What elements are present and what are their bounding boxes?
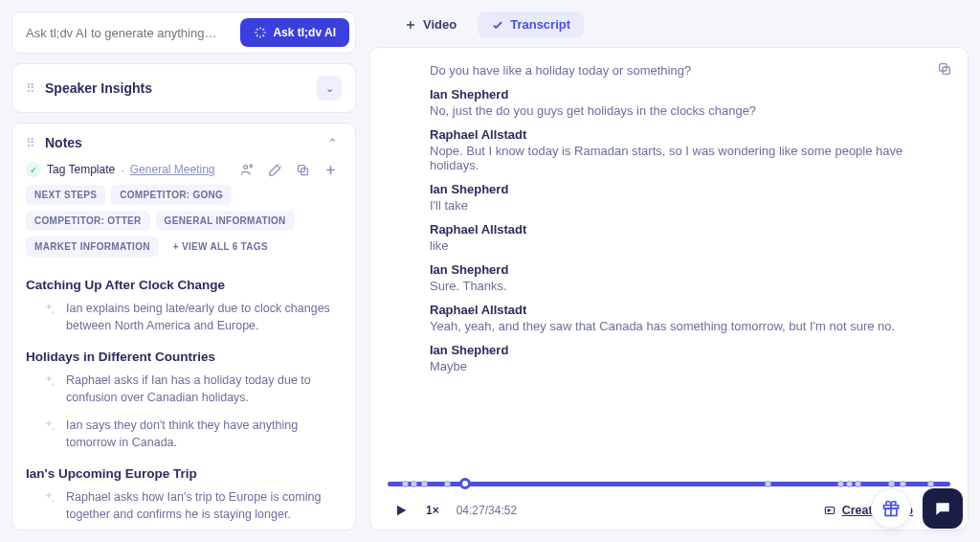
copy-transcript-button[interactable] (937, 61, 952, 77)
sparkle-icon (254, 26, 267, 39)
svg-point-1 (250, 164, 253, 167)
timeline-marker[interactable] (765, 481, 771, 487)
transcript-line[interactable]: Raphael Allstadt like (430, 222, 922, 253)
tag-chip[interactable]: COMPETITOR: GONG (111, 185, 232, 205)
gift-icon (881, 499, 901, 518)
sparkle-icon (41, 418, 56, 434)
speaker-name: Ian Shepherd (430, 262, 922, 277)
copy-icon[interactable] (292, 163, 314, 177)
drag-handle-icon[interactable]: ⠿ (26, 81, 35, 96)
timeline-track (388, 482, 950, 486)
note-section-title: Ian's Upcoming Europe Trip (26, 466, 342, 481)
notes-body: Catching Up After Clock Change Ian expla… (12, 266, 355, 530)
player-controls: 1× 04:27/34:52 Create a clip (388, 489, 950, 518)
tag-chip[interactable]: GENERAL INFORMATION (156, 211, 295, 231)
transcript-line[interactable]: Raphael Allstadt Nope. But I know today … (430, 127, 922, 172)
timeline-marker[interactable] (421, 481, 428, 487)
plus-icon (404, 18, 417, 32)
timeline-thumb[interactable] (459, 478, 471, 489)
notes-title: Notes (45, 135, 314, 150)
tag-chip[interactable]: COMPETITOR: OTTER (26, 211, 150, 231)
note-item-text: Raphael asks if Ian has a holiday today … (66, 372, 342, 406)
copy-icon (937, 61, 952, 77)
transcript-body: Do you have like a holiday today or some… (388, 63, 950, 466)
note-item[interactable]: Raphael asks how Ian's trip to Europe is… (26, 486, 342, 530)
speaker-name: Raphael Allstadt (430, 303, 922, 317)
utterance-text: Maybe (430, 359, 922, 373)
tab-transcript-label: Transcript (510, 17, 570, 32)
timeline-marker[interactable] (402, 481, 409, 487)
speaker-name: Raphael Allstadt (430, 222, 922, 237)
utterance-text: Nope. But I know today is Ramadan starts… (430, 144, 922, 172)
share-icon[interactable] (236, 163, 258, 177)
transcript-panel: Do you have like a holiday today or some… (369, 47, 969, 531)
speaker-name: Ian Shepherd (430, 343, 922, 357)
utterance-text: I'll take (430, 198, 922, 213)
transcript-line[interactable]: Ian Shepherd Maybe (430, 343, 922, 373)
tag-chip[interactable]: NEXT STEPS (26, 185, 105, 205)
ask-ai-button[interactable]: Ask tl;dv AI (240, 18, 349, 47)
play-button[interactable] (393, 503, 409, 518)
add-icon[interactable] (320, 163, 342, 177)
speaker-insights-panel: ⠿ Speaker Insights ⌄ (11, 63, 356, 113)
utterance-text: No, just the do you guys get holidays in… (430, 103, 922, 118)
speaker-insights-title: Speaker Insights (45, 80, 307, 96)
general-meeting-link[interactable]: General Meeting (130, 163, 215, 176)
note-item-text: Raphael asks how Ian's trip to Europe is… (66, 488, 342, 523)
playback-time: 04:27/34:52 (457, 504, 517, 517)
speaker-name: Ian Shepherd (430, 87, 922, 102)
tab-video[interactable]: Video (390, 11, 470, 37)
transcript-line[interactable]: Do you have like a holiday today or some… (430, 63, 922, 78)
utterance-text: Yeah, yeah, and they saw that Canada has… (430, 319, 922, 333)
ai-search-bar[interactable]: Ask tl;dv AI (11, 11, 356, 54)
note-item-text: Ian says they don't think they have anyt… (66, 417, 342, 451)
tab-transcript[interactable]: Transcript (478, 11, 584, 37)
chevron-up-icon: ⌃ (327, 136, 338, 150)
transcript-line[interactable]: Ian Shepherd Sure. Thanks. (430, 262, 922, 293)
tag-chip[interactable]: MARKET INFORMATION (26, 237, 159, 257)
note-item-text: Ian explains being late/early due to clo… (66, 300, 342, 334)
timeline-marker[interactable] (846, 481, 853, 487)
timeline-marker[interactable] (855, 481, 861, 487)
sparkle-icon (41, 490, 56, 506)
notes-panel: ⠿ Notes ⌃ ✓ Tag Template · General Meeti… (11, 123, 356, 531)
chat-icon (933, 499, 952, 518)
note-item[interactable]: Raphael asks if Ian has a holiday today … (26, 370, 342, 414)
tab-video-label: Video (423, 17, 457, 32)
timeline-marker[interactable] (888, 481, 895, 487)
playback-speed-button[interactable]: 1× (426, 504, 439, 517)
note-section-title: Catching Up After Clock Change (26, 278, 342, 292)
svg-point-0 (244, 165, 248, 169)
gift-button[interactable] (871, 488, 911, 529)
tag-template-label: Tag Template (47, 163, 115, 176)
speaker-name: Raphael Allstadt (430, 127, 922, 142)
sparkle-icon (41, 302, 56, 317)
play-icon (393, 503, 409, 518)
note-item[interactable]: Ian says they don't think they have anyt… (26, 415, 342, 459)
note-section-title: Holidays in Different Countries (26, 350, 342, 364)
transcript-line[interactable]: Ian Shepherd No, just the do you guys ge… (430, 87, 922, 118)
ai-search-input[interactable] (26, 26, 233, 40)
chat-support-button[interactable] (923, 488, 963, 529)
speaker-name: Ian Shepherd (430, 182, 922, 196)
collapse-notes-button[interactable]: ⌃ (323, 136, 342, 150)
clip-icon (823, 504, 836, 517)
chevron-down-icon: ⌄ (325, 82, 334, 95)
drag-handle-icon[interactable]: ⠿ (26, 136, 35, 150)
timeline-marker[interactable] (900, 481, 906, 487)
expand-speaker-insights-button[interactable]: ⌄ (317, 76, 342, 101)
playback-timeline[interactable] (388, 478, 950, 489)
view-all-tags-button[interactable]: + VIEW ALL 6 TAGS (165, 237, 277, 257)
magic-wand-icon[interactable] (264, 163, 286, 177)
utterance-text: Sure. Thanks. (430, 279, 922, 293)
transcript-line[interactable]: Ian Shepherd I'll take (430, 182, 922, 213)
timeline-marker[interactable] (411, 481, 417, 487)
ask-ai-button-label: Ask tl;dv AI (273, 26, 336, 39)
timeline-marker[interactable] (444, 481, 451, 487)
timeline-marker[interactable] (837, 481, 844, 487)
transcript-line[interactable]: Raphael Allstadt Yeah, yeah, and they sa… (430, 303, 922, 333)
check-icon (491, 18, 504, 32)
note-item[interactable]: Ian explains being late/early due to clo… (26, 298, 342, 342)
check-circle-icon: ✓ (26, 162, 41, 177)
sparkle-icon (41, 373, 56, 389)
